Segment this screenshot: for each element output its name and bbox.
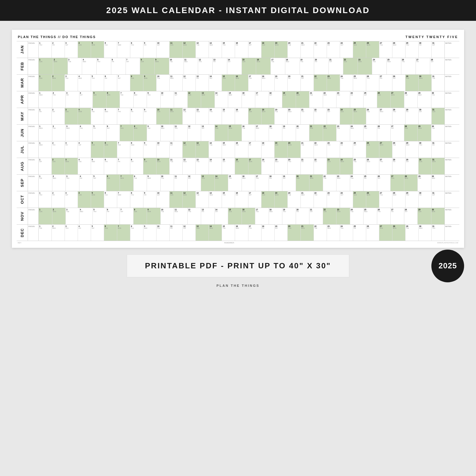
day-number: 20 xyxy=(297,209,309,211)
day-name: SUN xyxy=(229,211,241,212)
day-number: 6 xyxy=(105,42,116,44)
day-name: SUN xyxy=(242,61,256,62)
day-cell: 10FRI xyxy=(156,141,170,158)
bottom-section: PRINTABLE PDF - PRINT UP TO 40" x 30" 20… xyxy=(12,254,464,277)
day-cell: 18MON xyxy=(262,108,275,124)
day-number: 5 xyxy=(93,175,106,178)
day-name: SAT xyxy=(107,128,119,129)
day-number: 27 xyxy=(380,75,392,78)
day-cell: 11TUE xyxy=(170,158,183,174)
day-name: THU xyxy=(53,94,65,96)
day-cell: 8SUN xyxy=(134,208,147,224)
day-number: 1 xyxy=(39,142,51,144)
day-name: THU xyxy=(275,78,287,79)
day-number: 9 xyxy=(155,59,168,61)
day-number: 15 xyxy=(223,225,234,228)
day-name: SUN xyxy=(157,111,169,112)
day-name: SUN xyxy=(105,228,116,229)
day-number: 10 xyxy=(161,125,173,128)
day-name: FRI xyxy=(315,61,328,62)
day-cell: 3THU xyxy=(66,175,79,191)
day-cell: 16THU xyxy=(242,91,256,108)
days-cols: 1THU2FRI3SAT4SUN5MON6TUE7WED8THU9FRI10SA… xyxy=(39,191,444,208)
day-name: FRI xyxy=(236,44,247,46)
day-cell: 10SUN xyxy=(156,108,170,124)
day-name: TUE xyxy=(131,228,143,229)
month-row: SEPFOCUS:1TUE2WED3THU4FRI5SAT6SUN7MON8TU… xyxy=(17,174,459,191)
day-name: WED xyxy=(92,161,103,162)
notes-col: NOTES: xyxy=(444,158,459,174)
day-number: 27 xyxy=(380,109,392,111)
day-name: TUE xyxy=(256,211,268,212)
days-area: FOCUS:1MON2TUE3WED4THU5FRI6SAT7SUN8MON9T… xyxy=(28,125,459,141)
day-number: 28 xyxy=(405,209,417,211)
day-cell: 26THU xyxy=(377,208,391,224)
day-name: SUN xyxy=(141,61,154,62)
day-name: THU xyxy=(328,144,339,146)
day-number: 20 xyxy=(297,125,309,128)
day-name: FRI xyxy=(93,128,106,129)
day-cell: 17WED xyxy=(255,125,269,141)
day-name: FRI xyxy=(283,128,295,129)
day-cell: 20SUN xyxy=(296,175,310,191)
day-name: TUE xyxy=(288,194,300,196)
day-number: 31 xyxy=(432,159,444,161)
day-cell: 27MON xyxy=(379,141,392,158)
day-number: 6 xyxy=(105,225,116,228)
day-name: FRI xyxy=(196,78,208,79)
day-cell: 12THU xyxy=(183,75,196,91)
day-number: 20 xyxy=(288,42,300,44)
day-name: SAT xyxy=(301,78,313,79)
day-name: SUN xyxy=(367,144,378,146)
day-number: 22 xyxy=(314,142,326,144)
day-cell: 14MON xyxy=(215,175,228,191)
days-area: FOCUS:1FRI2SAT3SUN4MON5TUE6WED7THU8FRI9S… xyxy=(28,108,459,124)
day-number: 26 xyxy=(367,109,378,111)
day-name: SUN xyxy=(188,94,201,96)
day-name: SAT xyxy=(367,228,378,229)
day-cell: 2MON xyxy=(52,208,66,224)
day-name: WED xyxy=(380,111,392,112)
day-name: TUE xyxy=(367,111,378,112)
day-number: 28 xyxy=(405,175,417,178)
day-cell: 9WED xyxy=(147,175,161,191)
day-name: THU xyxy=(406,194,418,196)
day-name: THU xyxy=(105,161,116,162)
day-number: 25 xyxy=(364,92,376,94)
day-number: 6 xyxy=(105,109,116,111)
notes-label: NOTES: xyxy=(445,159,459,161)
day-name: SUN xyxy=(144,161,156,162)
day-name: MON xyxy=(328,78,339,79)
day-number: 2 xyxy=(52,42,64,44)
day-number: 26 xyxy=(378,92,390,94)
day-number: 17 xyxy=(249,159,261,161)
day-name: SUN xyxy=(262,44,274,46)
day-name: MON xyxy=(275,194,287,196)
day-name: MON xyxy=(337,211,349,212)
day-number: 3 xyxy=(65,109,77,111)
day-name: FRI xyxy=(80,178,92,179)
day-name: SUN xyxy=(39,78,51,79)
day-cell: 4THU xyxy=(79,125,93,141)
day-name: TUE xyxy=(262,161,274,162)
day-name: SAT xyxy=(65,194,77,196)
day-cell: 13MON xyxy=(196,141,209,158)
day-name: SUN xyxy=(419,161,431,162)
day-name: MON xyxy=(367,44,378,46)
day-number: 10 xyxy=(157,75,169,78)
day-name: THU xyxy=(39,44,51,46)
day-cell: 21FRI xyxy=(301,158,314,174)
day-name: WED xyxy=(337,178,349,179)
day-number: 1 xyxy=(39,109,51,111)
day-name: MON xyxy=(367,194,378,196)
day-number: 2 xyxy=(53,209,65,211)
day-cell: 4FRI xyxy=(79,175,93,191)
days-area: FOCUS:1WED2THU3FRI4SAT5SUN6MON7TUE8WED9T… xyxy=(28,91,459,108)
day-number: 15 xyxy=(229,175,241,178)
notes-label: NOTES: xyxy=(445,59,459,61)
year-badge: 2025 xyxy=(431,250,464,282)
day-number: 23 xyxy=(328,42,339,44)
day-cell: 30SUN xyxy=(419,158,432,174)
day-name: SAT xyxy=(80,94,92,96)
day-cell: 19FRI xyxy=(282,125,296,141)
